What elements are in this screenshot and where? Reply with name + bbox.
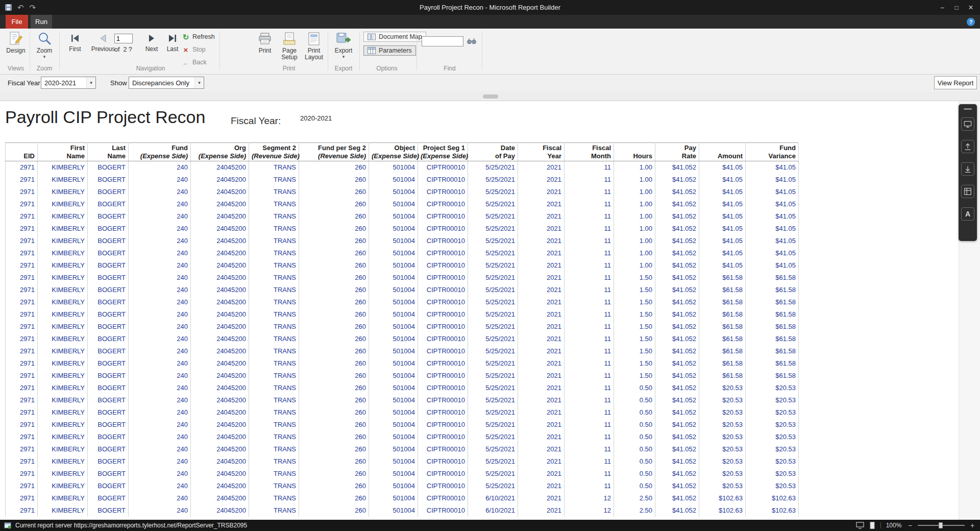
cell: 2971: [6, 186, 38, 198]
cell: 501004: [369, 174, 418, 186]
cell: 11: [565, 235, 614, 247]
show-select[interactable]: Discrepancies Only ▾: [129, 77, 204, 89]
first-page-icon: [69, 33, 81, 44]
cell: CIPTR00010: [418, 161, 468, 174]
tab-file[interactable]: File: [6, 15, 28, 29]
table-row: 2971KIMBERLYBOGERT24024045200TRANS260501…: [6, 345, 799, 357]
find-input[interactable]: [422, 36, 463, 46]
font-icon: A: [965, 210, 970, 218]
report-table: EIDFirstNameLastNameFund(Expense Side)Or…: [5, 142, 799, 517]
cell: 0.50: [614, 431, 655, 443]
cell: $41.05: [746, 198, 799, 210]
first-page-button[interactable]: First: [63, 33, 87, 53]
cell: 5/25/2021: [468, 443, 518, 455]
undo-icon[interactable]: ↶: [17, 4, 24, 11]
print-layout-button[interactable]: Print Layout: [303, 31, 325, 64]
save-icon[interactable]: [5, 4, 12, 11]
cell: 501004: [369, 419, 418, 431]
fiscal-year-select[interactable]: 2020-2021 ▾: [41, 77, 96, 89]
grid-view-button[interactable]: [961, 185, 974, 198]
next-page-button[interactable]: Next: [141, 33, 162, 53]
binoculars-icon: [467, 38, 476, 44]
cell: BOGERT: [88, 333, 129, 345]
cell: 240: [129, 357, 191, 370]
upload-button[interactable]: [961, 140, 974, 153]
report-title: Payroll CIP Project Recon: [5, 107, 205, 127]
stop-button[interactable]: × Stop: [182, 44, 206, 55]
cell: 11: [565, 419, 614, 431]
screen-share-button[interactable]: [961, 117, 974, 131]
cell: 1.50: [614, 296, 655, 308]
fit-page-icon[interactable]: [868, 522, 876, 529]
cell: 240: [129, 210, 191, 223]
cell: $41.05: [699, 210, 746, 223]
cell: 24045200: [191, 492, 249, 504]
zoom-out-button[interactable]: −: [906, 522, 914, 529]
view-report-button[interactable]: View Report: [934, 76, 977, 89]
table-row: 2971KIMBERLYBOGERT24024045200TRANS260501…: [6, 406, 799, 419]
last-page-button[interactable]: Last: [162, 33, 183, 53]
cell: 5/25/2021: [468, 186, 518, 198]
cell: KIMBERLY: [38, 272, 88, 284]
floating-side-panel[interactable]: A: [959, 104, 977, 241]
zoom-button[interactable]: Zoom ▾: [32, 31, 57, 64]
cell: BOGERT: [88, 186, 129, 198]
zoom-slider-thumb[interactable]: [939, 522, 943, 528]
cell: 2021: [518, 223, 565, 235]
cell: 501004: [369, 259, 418, 272]
cell: 1.50: [614, 321, 655, 333]
splitter-handle[interactable]: [483, 94, 498, 99]
cell: 260: [299, 174, 369, 186]
print-button-label: Print: [259, 47, 272, 54]
cell: 5/25/2021: [468, 272, 518, 284]
page-number-input[interactable]: [114, 34, 133, 43]
redo-icon[interactable]: ↷: [30, 4, 36, 11]
cell: 2971: [6, 504, 38, 517]
help-icon[interactable]: ?: [967, 18, 975, 26]
cell: 2021: [518, 431, 565, 443]
cell: $41.052: [655, 308, 699, 321]
cell: $61.58: [699, 284, 746, 296]
column-header: LastName: [88, 143, 129, 161]
find-button[interactable]: [465, 36, 478, 46]
cell: KIMBERLY: [38, 419, 88, 431]
zoom-in-button[interactable]: +: [969, 522, 976, 529]
cell: $61.58: [746, 370, 799, 382]
design-button[interactable]: Design: [3, 31, 29, 64]
maximize-button[interactable]: □: [949, 0, 964, 15]
print-button[interactable]: Print: [254, 31, 276, 64]
fit-width-icon[interactable]: [856, 522, 864, 529]
tab-run[interactable]: Run: [31, 15, 52, 29]
cell: TRANS: [249, 382, 299, 394]
download-button[interactable]: [961, 162, 974, 176]
cell: $61.58: [746, 308, 799, 321]
zoom-slider[interactable]: [918, 521, 965, 529]
cell: KIMBERLY: [38, 480, 88, 492]
cell: 11: [565, 198, 614, 210]
minimize-button[interactable]: −: [935, 0, 949, 15]
show-value: Discrepancies Only: [129, 79, 194, 87]
group-label-options: Options: [360, 65, 413, 72]
cell: 24045200: [191, 186, 249, 198]
cell: 2971: [6, 455, 38, 468]
previous-page-label: Previous: [91, 45, 115, 53]
page-setup-button[interactable]: Page Setup: [277, 31, 302, 64]
close-button[interactable]: ×: [964, 0, 978, 15]
table-row: 2971KIMBERLYBOGERT24024045200TRANS260501…: [6, 247, 799, 259]
cell: 1.00: [614, 186, 655, 198]
refresh-button[interactable]: ↻ Refresh: [182, 32, 215, 42]
cell: 240: [129, 223, 191, 235]
panel-grip[interactable]: [964, 108, 972, 110]
font-button[interactable]: A: [961, 207, 974, 221]
cell: KIMBERLY: [38, 333, 88, 345]
export-button[interactable]: Export ▾: [331, 31, 356, 64]
cell: CIPTR00010: [418, 174, 468, 186]
parameters-toggle[interactable]: Parameters: [363, 45, 416, 56]
cell: TRANS: [249, 419, 299, 431]
cell: KIMBERLY: [38, 186, 88, 198]
cell: $61.58: [699, 272, 746, 284]
cell: CIPTR00010: [418, 394, 468, 406]
table-row: 2971KIMBERLYBOGERT24024045200TRANS260501…: [6, 308, 799, 321]
cell: 2971: [6, 174, 38, 186]
cell: 260: [299, 210, 369, 223]
